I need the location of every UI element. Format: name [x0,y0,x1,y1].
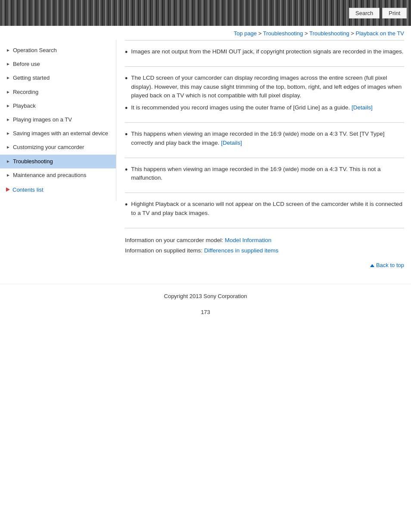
section-3: • This happens when viewing an image rec… [125,123,404,158]
search-button[interactable]: Search [349,8,380,19]
sidebar-item-playing-images[interactable]: ► Playing images on a TV [0,113,116,127]
bullet-item: • Highlight Playback or a scenario will … [125,200,404,218]
arrow-icon-playback: ► [6,103,10,109]
sidebar-item-customizing[interactable]: ► Customizing your camcorder [0,140,116,154]
bullet-dot-icon: • [125,48,128,56]
bullet-item: • Images are not output from the HDMI OU… [125,47,404,56]
arrow-icon-playing-images: ► [6,117,10,123]
details-link-3[interactable]: [Details] [221,140,242,146]
main-content: • Images are not output from the HDMI OU… [116,40,411,280]
arrow-icon-recording: ► [6,89,10,95]
supplied-info-prefix: Information on supplied items: [125,247,204,254]
bullet-dot-icon: • [125,201,128,208]
contents-list-label: Contents list [12,187,44,193]
sidebar-item-saving-images[interactable]: ► Saving images with an external device [0,127,116,140]
model-info-prefix: Information on your camcorder model: [125,237,225,243]
bullet-text-3: This happens when viewing an image recor… [131,130,404,147]
sidebar-item-playback[interactable]: ► Playback [0,99,116,113]
contents-list-link[interactable]: Contents list [0,182,116,197]
sidebar-item-recording[interactable]: ► Recording [0,85,116,99]
back-to-top[interactable]: Back to top [125,259,404,271]
supplied-info-line: Information on supplied items: Differenc… [125,246,404,256]
copyright: Copyright 2013 Sony Corporation [0,284,411,304]
triangle-up-icon [370,264,374,267]
arrow-icon-customizing: ► [6,144,10,150]
bullet-dot-icon: • [125,104,128,112]
main-layout: ► Operation Search ► Before use ► Gettin… [0,40,411,280]
sidebar-label-troubleshooting: Troubleshooting [13,158,112,165]
breadcrumb: Top page > Troubleshooting > Troubleshoo… [0,26,411,40]
section-5: • Highlight Playback or a scenario will … [125,193,404,228]
bullet-dot-icon: • [125,75,128,82]
section-4: • This happens when viewing an image rec… [125,158,404,193]
bullet-text-2a: The LCD screen of your camcorder can dis… [131,74,404,100]
section-2: • The LCD screen of your camcorder can d… [125,67,404,123]
sidebar-label-operation-search: Operation Search [13,47,112,54]
bullet-item: • It is recommended you record images us… [125,103,404,112]
arrow-icon-getting-started: ► [6,75,10,81]
page-number: 173 [0,304,411,320]
breadcrumb-playback-tv[interactable]: Playback on the TV [356,30,405,37]
print-button[interactable]: Print [382,8,407,19]
back-to-top-link[interactable]: Back to top [370,262,404,268]
sidebar-label-playing-images: Playing images on a TV [13,116,112,124]
header-bar: Search Print [0,0,411,26]
bullet-text-3-main: This happens when viewing an image recor… [131,131,384,146]
sidebar-label-maintenance: Maintenance and precautions [13,171,112,179]
sidebar-label-getting-started: Getting started [13,74,112,82]
bullet-item: • The LCD screen of your camcorder can d… [125,74,404,100]
breadcrumb-troubleshooting2[interactable]: Troubleshooting [309,30,349,37]
sidebar: ► Operation Search ► Before use ► Gettin… [0,40,116,201]
bullet-text-1: Images are not output from the HDMI OUT … [131,47,404,56]
sidebar-label-before-use: Before use [13,60,112,68]
bullet-item: • This happens when viewing an image rec… [125,130,404,147]
sidebar-item-before-use[interactable]: ► Before use [0,57,116,71]
breadcrumb-troubleshooting1[interactable]: Troubleshooting [263,30,303,37]
breadcrumb-top[interactable]: Top page [234,30,257,37]
bullet-item: • This happens when viewing an image rec… [125,165,404,183]
supplied-info-link[interactable]: Differences in supplied items [204,247,278,254]
sidebar-label-playback: Playback [13,102,112,110]
details-link-2b[interactable]: [Details] [352,104,373,111]
sidebar-item-operation-search[interactable]: ► Operation Search [0,44,116,57]
arrow-icon-troubleshooting: ► [6,159,10,165]
bullet-text-4: This happens when viewing an image recor… [131,165,404,183]
back-to-top-label: Back to top [376,262,404,268]
sidebar-item-getting-started[interactable]: ► Getting started [0,71,116,85]
sidebar-label-customizing: Customizing your camcorder [13,143,112,151]
arrow-icon-saving-images: ► [6,131,10,137]
info-section: Information on your camcorder model: Mod… [125,228,404,260]
sidebar-item-maintenance[interactable]: ► Maintenance and precautions [0,168,116,182]
bullet-dot-icon: • [125,166,128,174]
section-1: • Images are not output from the HDMI OU… [125,40,404,67]
sidebar-label-saving-images: Saving images with an external device [13,130,112,137]
bullet-text-2b: It is recommended you record images usin… [131,103,404,112]
bullet-text-5: Highlight Playback or a scenario will no… [131,200,404,218]
bullet-text-2b-main: It is recommended you record images usin… [131,104,350,111]
contents-list-arrow-icon [6,187,10,192]
sidebar-item-troubleshooting[interactable]: ► Troubleshooting [0,155,116,168]
sidebar-label-recording: Recording [13,88,112,96]
model-info-link[interactable]: Model Information [225,237,271,243]
model-info-line: Information on your camcorder model: Mod… [125,235,404,246]
arrow-icon-before-use: ► [6,61,10,67]
arrow-icon-maintenance: ► [6,172,10,178]
bullet-dot-icon: • [125,131,128,138]
arrow-icon-operation-search: ► [6,47,10,53]
